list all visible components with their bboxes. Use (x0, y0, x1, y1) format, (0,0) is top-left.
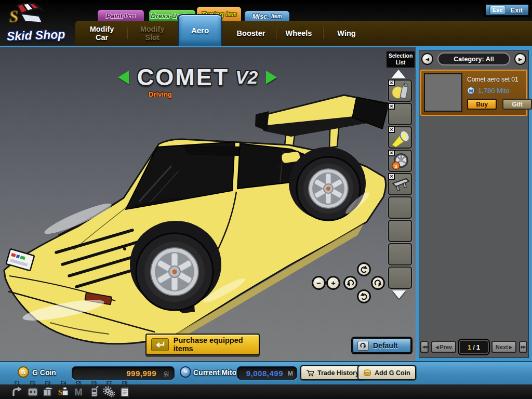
first-page-button[interactable]: ◀◀ (420, 341, 429, 353)
enter-key-icon (151, 338, 169, 351)
taskbar-skidshop-icon[interactable]: S (57, 386, 70, 397)
paint-spray-icon (391, 82, 411, 100)
shop-item-card[interactable]: Comet aero set 01 M 1,780 Mito Buy Gift (420, 70, 527, 116)
selection-slot-empty[interactable] (388, 196, 412, 219)
trade-history-button[interactable]: Trade History (300, 365, 365, 380)
tab-modify-car[interactable]: ModifyCar (78, 21, 125, 46)
game-taskbar: S M Lv90 1.02% AudioChannel DriftCity BG… (0, 384, 532, 399)
category-selector[interactable]: Category: All (437, 52, 510, 65)
gcoin-unit: 원 (163, 370, 169, 379)
svg-text:S: S (58, 389, 62, 396)
car-preview[interactable] (0, 47, 416, 361)
next-car-arrow[interactable] (266, 71, 277, 84)
rotate-left-icon (346, 278, 355, 287)
selection-list-header: SelectionList (387, 51, 415, 68)
rotate-down-button[interactable] (357, 289, 371, 303)
buy-button[interactable]: Buy (467, 99, 497, 110)
mito-value: 9,008,499 (246, 369, 283, 378)
selection-slot-empty[interactable] (388, 220, 412, 242)
purchase-equipped-button[interactable]: Purchase equipped items (145, 334, 260, 355)
skid-shop-screen: S Skid Shop Paint Item Dress-Up Item Tun… (0, 0, 532, 399)
shop-house-icon: S (5, 1, 46, 30)
rotate-right-icon (374, 278, 382, 287)
pagination-bar: ◀◀ ◀ Prev 1 / 1 Next ▶ ▶▶ (420, 339, 527, 355)
rotate-down-icon (360, 292, 368, 301)
next-page-button[interactable]: Next ▶ (491, 341, 516, 353)
rotate-up-icon (360, 265, 368, 274)
svg-text:M: M (75, 387, 83, 397)
category-row: ◀ Category: All ▶ (419, 52, 529, 66)
exit-button[interactable]: Esc Exit (485, 4, 529, 16)
selection-scroll-up[interactable] (391, 70, 406, 78)
prev-car-arrow[interactable] (118, 71, 129, 84)
selection-scroll-down[interactable] (392, 290, 406, 299)
esc-key-badge: Esc (489, 6, 506, 15)
rotate-right-button[interactable] (371, 276, 385, 290)
prev-arrow-icon: ◀ (435, 345, 438, 350)
gcoin-label: G Coin (32, 368, 56, 377)
rotate-left-button[interactable] (343, 276, 357, 290)
gcoin-icon: W (18, 366, 29, 378)
shop-item-panel: ◀ Category: All ▶ Comet aero set 01 M 1,… (416, 46, 532, 361)
tab-modify-slot[interactable]: ModifySlot (129, 21, 175, 46)
mito-amount-field: 9,008,499 M (237, 366, 297, 380)
tab-wing[interactable]: Wing (326, 21, 367, 46)
category-prev-button[interactable]: ◀ (421, 53, 433, 65)
gcoin-value: 999,999 (126, 369, 156, 378)
taskbar-radio-icon[interactable] (88, 386, 100, 397)
remove-checkbox[interactable]: × (388, 103, 395, 110)
tab-wheels[interactable]: Wheels (278, 21, 320, 46)
top-header-bar: S Skid Shop Paint Item Dress-Up Item Tun… (0, 0, 532, 46)
zoom-in-button[interactable]: + (326, 276, 340, 290)
spoiler-icon (391, 176, 411, 194)
headlight-icon (391, 129, 411, 147)
logo-text: Skid Shop (6, 28, 65, 44)
car-mode-label: Driving (149, 90, 172, 98)
tab-paint-item[interactable]: Paint Item (97, 9, 145, 22)
taskbar-character-icon[interactable] (26, 386, 39, 397)
mito-coin-icon: M (467, 87, 475, 95)
coins-icon (363, 369, 371, 376)
mito-icon: M (180, 366, 191, 378)
next-arrow-icon: ▶ (509, 345, 512, 350)
category-next-button[interactable]: ▶ (514, 53, 526, 65)
tab-misc-item[interactable]: Misc. Item (244, 10, 290, 22)
selection-slot-paint[interactable]: × (388, 79, 412, 102)
tab-divider (323, 28, 324, 39)
mito-label: Current Mito (193, 368, 236, 377)
tab-divider (127, 28, 128, 39)
taskbar-minimap-icon[interactable] (11, 386, 23, 397)
page-indicator: 1 / 1 (459, 340, 489, 354)
selection-slot-spoiler[interactable]: × (388, 173, 412, 195)
last-page-button[interactable]: ▶▶ (519, 341, 527, 353)
taskbar-inventory-icon[interactable] (42, 386, 54, 397)
taskbar-quest-icon[interactable] (118, 386, 131, 397)
mito-unit: M (288, 370, 293, 377)
tab-booster[interactable]: Booster (228, 21, 274, 46)
wheel-item-icon: S (391, 152, 411, 170)
default-button[interactable]: Default (352, 338, 411, 353)
gcoin-amount-field: 999,999 원 (72, 366, 175, 380)
item-thumbnail (424, 73, 462, 112)
add-gcoin-button[interactable]: Add G Coin (357, 365, 416, 380)
zoom-out-button[interactable]: − (312, 276, 326, 290)
gift-button[interactable]: Gift (502, 99, 532, 110)
svg-text:S: S (394, 164, 397, 169)
modify-tab-bar: ModifyCar ModifySlot Aero Booster Wheels… (75, 21, 532, 46)
selection-slot-empty[interactable] (388, 267, 412, 289)
taskbar-settings-icon[interactable] (103, 386, 115, 397)
item-name: Comet aero set 01 (467, 76, 532, 83)
selection-slot-empty[interactable] (388, 243, 412, 265)
selection-slot-empty[interactable]: × (388, 103, 412, 125)
taskbar-mito-icon[interactable]: M (72, 386, 85, 397)
tab-aero-active[interactable]: Aero (178, 14, 222, 46)
selection-slot-wheels[interactable]: × S (388, 150, 412, 172)
svg-text:S: S (9, 7, 19, 26)
cart-icon (306, 369, 314, 377)
tab-divider (276, 28, 277, 39)
reset-icon (357, 341, 369, 351)
selection-slot-headlight[interactable]: × (388, 126, 412, 149)
item-price: 1,780 Mito (478, 87, 510, 95)
prev-page-button[interactable]: ◀ Prev (431, 341, 456, 353)
rotate-up-button[interactable] (357, 262, 371, 276)
